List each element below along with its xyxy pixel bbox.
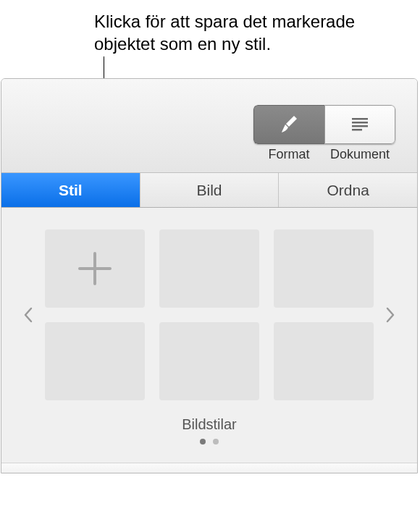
svg-rect-2 — [352, 125, 368, 127]
callout-text: Klicka för att spara det markerade objek… — [94, 10, 413, 55]
page-indicator — [1, 439, 417, 445]
brush-icon — [280, 114, 300, 135]
styles-grid — [45, 229, 374, 400]
style-thumbnail[interactable] — [45, 322, 145, 400]
styles-next-arrow[interactable] — [379, 306, 401, 324]
document-button[interactable] — [324, 105, 395, 144]
inspector-panel: Format Dokument Stil Bild Ordna — [1, 78, 418, 473]
tab-stil[interactable]: Stil — [1, 173, 140, 207]
style-thumbnail[interactable] — [159, 322, 259, 400]
page-dot[interactable] — [200, 439, 206, 445]
chevron-right-icon — [385, 306, 395, 324]
svg-rect-0 — [352, 118, 368, 120]
svg-rect-1 — [352, 122, 368, 124]
toolbar-segmented-control — [253, 105, 395, 144]
styles-prev-arrow[interactable] — [17, 306, 39, 324]
panel-footer — [1, 463, 417, 473]
styles-panel: Bildstilar — [1, 208, 417, 463]
style-thumbnail[interactable] — [274, 229, 374, 308]
format-label: Format — [253, 147, 324, 162]
style-thumbnail[interactable] — [159, 229, 259, 308]
toolbar-labels: Format Dokument — [253, 147, 395, 162]
styles-section-label: Bildstilar — [1, 416, 417, 433]
toolbar: Format Dokument — [1, 79, 417, 173]
page-dot[interactable] — [213, 439, 219, 445]
style-thumbnail[interactable] — [274, 322, 374, 400]
document-label: Dokument — [324, 147, 395, 162]
tab-bild[interactable]: Bild — [140, 173, 280, 207]
plus-icon — [78, 252, 112, 285]
tab-ordna[interactable]: Ordna — [279, 173, 417, 207]
format-button[interactable] — [253, 105, 324, 144]
tab-bar: Stil Bild Ordna — [1, 173, 417, 208]
chevron-left-icon — [23, 306, 33, 324]
svg-rect-3 — [352, 129, 362, 131]
add-style-button[interactable] — [45, 229, 145, 308]
document-lines-icon — [350, 117, 369, 132]
